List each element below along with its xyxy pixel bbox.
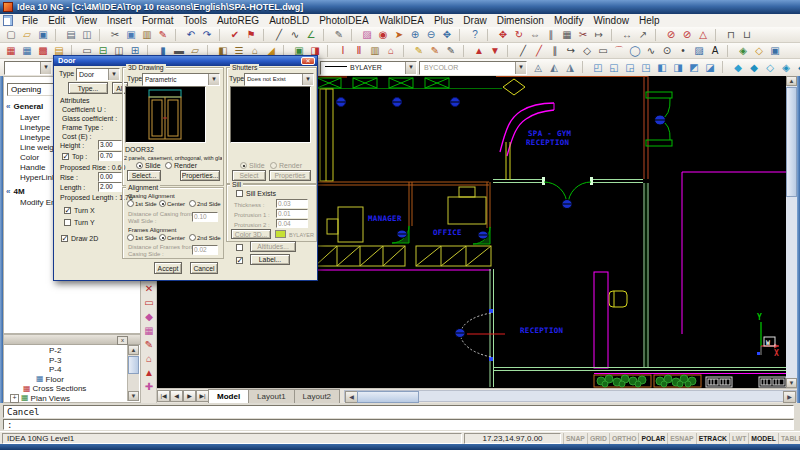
flag-icon[interactable]: ⚑ xyxy=(243,28,259,41)
menu-item[interactable]: Tools xyxy=(179,14,212,27)
expander-icon[interactable]: + xyxy=(10,394,19,403)
new-file-icon[interactable]: ▢ xyxy=(3,28,19,41)
status-coordinates[interactable]: 17.23,14.97,0.00 xyxy=(464,433,561,444)
horizontal-scroll-thumb[interactable] xyxy=(357,391,419,403)
wipeout-icon[interactable]: ◇ xyxy=(751,44,767,57)
leader-icon[interactable]: ↗ xyxy=(635,28,651,41)
scroll-right-icon[interactable]: ▶ xyxy=(783,391,796,403)
casing-1st-side-radio[interactable] xyxy=(127,200,134,207)
triangle-icon[interactable]: △ xyxy=(695,28,711,41)
grid-hatch-icon[interactable]: ▩ xyxy=(35,44,51,57)
cut-icon[interactable]: ✂ xyxy=(107,28,123,41)
chevron-down-icon[interactable] xyxy=(208,74,219,85)
save-icon[interactable]: ▣ xyxy=(35,28,51,41)
draw-circle-icon[interactable]: ◯ xyxy=(627,44,643,57)
tab-next-icon[interactable]: ▶ xyxy=(183,390,196,402)
undo-icon[interactable]: ↶ xyxy=(183,28,199,41)
frames-center-radio[interactable] xyxy=(159,234,166,241)
shade-gouraud-icon[interactable]: ◈ xyxy=(778,61,794,74)
label-button[interactable]: Label... xyxy=(250,254,290,265)
pan-icon[interactable]: ✥ xyxy=(439,28,455,41)
tab-first-icon[interactable]: |◀ xyxy=(157,390,170,402)
menu-item[interactable]: Dimension xyxy=(492,14,549,27)
menu-item[interactable]: File xyxy=(17,14,43,27)
tree-item[interactable]: P-2 xyxy=(6,346,128,356)
rect-tool-icon[interactable]: ▭ xyxy=(141,296,157,309)
properties-section-4m[interactable]: 4M xyxy=(6,187,25,196)
status-toggle[interactable]: ETRACK xyxy=(696,433,729,444)
color-combo[interactable]: BYCOLOR xyxy=(419,61,527,75)
type-button[interactable]: Type... xyxy=(68,82,108,94)
shutters-type-select[interactable]: Does not Exist xyxy=(244,73,314,86)
close-icon[interactable] xyxy=(301,57,315,65)
status-toggle[interactable]: ESNAP xyxy=(667,433,695,444)
layer-combo[interactable] xyxy=(4,61,52,75)
mirror-icon[interactable]: ⇔ xyxy=(527,28,543,41)
scroll-down-icon[interactable]: ▼ xyxy=(786,378,797,388)
grid-blue-icon[interactable]: ▦ xyxy=(19,44,35,57)
pencil-tool-icon[interactable]: ✎ xyxy=(141,338,157,351)
tree-panel-header[interactable] xyxy=(4,335,140,345)
menu-item[interactable]: Window xyxy=(588,14,634,27)
shade-flat-icon[interactable]: ◇ xyxy=(762,61,778,74)
scroll-up-icon[interactable]: ▲ xyxy=(786,76,797,86)
triangle-up-icon[interactable]: ▲ xyxy=(471,44,487,57)
camera-icon[interactable]: ◉ xyxy=(375,28,391,41)
dialog-title-bar[interactable]: Door xyxy=(54,56,317,66)
3d-type-select[interactable]: Parametric xyxy=(142,73,220,86)
zoom-out-icon[interactable]: ⊖ xyxy=(423,28,439,41)
height-field[interactable]: 3.00 xyxy=(98,140,122,150)
shade-hidden-icon[interactable]: ◆ xyxy=(746,61,762,74)
menu-item[interactable]: Plus xyxy=(429,14,458,27)
tree-item[interactable]: P-3 xyxy=(6,356,128,366)
sill-exists-checkbox[interactable] xyxy=(236,190,243,197)
menu-item[interactable]: Help xyxy=(634,14,665,27)
format-painter-icon[interactable]: ✎ xyxy=(155,28,171,41)
house-tool-icon[interactable]: ⌂ xyxy=(141,352,157,365)
draw-point-icon[interactable]: • xyxy=(675,44,691,57)
ibeam-icon[interactable]: Ⅰ xyxy=(335,44,351,57)
chevron-down-icon[interactable] xyxy=(302,74,313,85)
offset-icon[interactable]: ∥ xyxy=(543,28,559,41)
iibeam-icon[interactable]: Ⅱ xyxy=(351,44,367,57)
region-icon[interactable]: ◈ xyxy=(735,44,751,57)
chevron-down-icon[interactable] xyxy=(515,62,526,74)
print-icon[interactable]: ▤ xyxy=(63,28,79,41)
menu-item[interactable]: Modify xyxy=(549,14,588,27)
command-history[interactable]: Cancel xyxy=(3,405,794,418)
draw-line-red-icon[interactable]: ╱ xyxy=(531,44,547,57)
menu-item[interactable]: AutoBLD xyxy=(264,14,314,27)
triangle-tool-icon[interactable]: ▲ xyxy=(141,366,157,379)
shade-wireframe-icon[interactable]: ◆ xyxy=(730,61,746,74)
status-toggle[interactable]: POLAR xyxy=(638,433,667,444)
document-icon[interactable] xyxy=(3,15,13,26)
menu-item[interactable]: View xyxy=(70,14,102,27)
menu-item[interactable]: AutoREG xyxy=(212,14,264,27)
casing-2nd-side-radio[interactable] xyxy=(189,200,196,207)
beam-top-icon[interactable]: ⊓ xyxy=(723,28,739,41)
no-entry-icon[interactable]: ⊘ xyxy=(663,28,679,41)
tab-layout1[interactable]: Layout1 xyxy=(248,389,294,403)
angle-icon[interactable]: ∠ xyxy=(303,28,319,41)
view-top-icon[interactable]: ◰ xyxy=(590,61,606,74)
3d-orbit-icon[interactable]: ◭ xyxy=(546,61,562,74)
beam-bottom-icon[interactable]: ⊔ xyxy=(739,28,755,41)
view-back-icon[interactable]: ◨ xyxy=(670,61,686,74)
tree-item[interactable]: ▦ Floor xyxy=(6,375,128,385)
draw-polygon-icon[interactable]: ◇ xyxy=(579,44,595,57)
cancel-button[interactable]: Cancel xyxy=(190,262,218,274)
select-button[interactable]: Select... xyxy=(127,170,161,181)
3d-hide-icon[interactable]: ◮ xyxy=(562,61,578,74)
draw-ellipse-icon[interactable]: ⊙ xyxy=(659,44,675,57)
status-toggle[interactable]: TABLET xyxy=(778,433,800,444)
render-radio[interactable] xyxy=(165,162,172,169)
canvas-vertical-scrollbar[interactable]: ▲ ▼ xyxy=(786,76,797,388)
close-icon[interactable] xyxy=(117,336,128,345)
tree-scrollbar[interactable]: ▲ ▼ xyxy=(127,345,139,401)
menu-item[interactable]: Draw xyxy=(458,14,491,27)
tab-prev-icon[interactable]: ◀ xyxy=(170,390,183,402)
dimension-icon[interactable]: ↔ xyxy=(619,28,635,41)
properties-button[interactable]: Properties... xyxy=(180,170,220,181)
chevron-down-icon[interactable] xyxy=(405,62,416,74)
tree-item[interactable]: P-4 xyxy=(6,365,128,375)
